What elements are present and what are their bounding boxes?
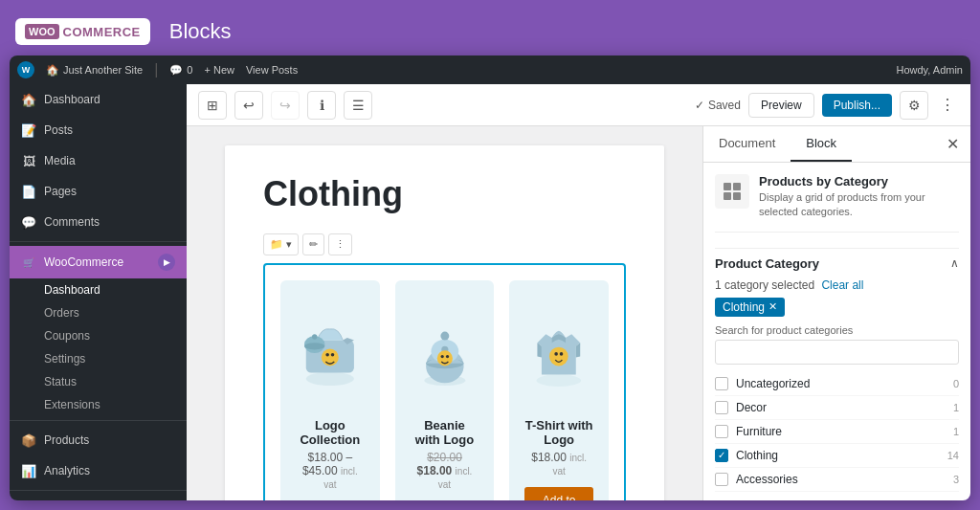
toolbar-list-btn[interactable]: ☰ xyxy=(344,91,372,120)
cat-count-accessories: 3 xyxy=(953,474,959,485)
cat-name-uncategorized: Uncategorized xyxy=(736,377,810,390)
block-info-name: Products by Category xyxy=(759,174,959,188)
media-icon: 🖼 xyxy=(21,153,36,168)
svg-point-4 xyxy=(331,353,335,357)
editor-page-title[interactable]: Clothing xyxy=(263,174,626,214)
tab-document[interactable]: Document xyxy=(703,126,791,162)
sidebar-item-appearance[interactable]: 🎨 Appearence xyxy=(10,495,187,500)
dashboard-icon: 🏠 xyxy=(21,92,36,107)
site-name-item[interactable]: 🏠 Just Another Site xyxy=(46,64,143,77)
products-icon: 📦 xyxy=(21,432,36,448)
separator1: | xyxy=(154,61,158,78)
woocommerce-icon: 🛒 xyxy=(21,255,36,270)
search-categories-input[interactable] xyxy=(715,340,959,365)
toolbar-block-btn[interactable]: ⊞ xyxy=(198,91,227,120)
cat-checkbox-accessories[interactable] xyxy=(715,473,728,486)
sidebar: 🏠 Dashboard 📝 Posts 🖼 Media 📄 Pages 💬 Co… xyxy=(10,84,187,500)
sidebar-sub-coupons[interactable]: Coupons xyxy=(10,324,187,347)
publish-button[interactable]: Publish... xyxy=(822,94,892,117)
new-item[interactable]: + New xyxy=(204,64,234,76)
toolbar-info-btn[interactable]: ℹ xyxy=(307,91,336,120)
toolbar-redo-btn[interactable]: ↪ xyxy=(271,91,300,120)
pages-icon: 📄 xyxy=(21,184,36,199)
woocommerce-logo: WOO COMMERCE xyxy=(15,18,150,45)
product-name-1: Logo Collection xyxy=(296,418,365,447)
view-posts-item[interactable]: View Posts xyxy=(246,64,298,76)
clothing-tag: Clothing ✕ xyxy=(715,298,785,317)
add-to-cart-btn-3[interactable]: Add to cart xyxy=(524,487,593,500)
sidebar-item-dashboard[interactable]: 🏠 Dashboard xyxy=(10,84,187,115)
svg-point-7 xyxy=(312,334,317,339)
product-image-1 xyxy=(296,296,365,410)
svg-rect-22 xyxy=(733,183,741,190)
sidebar-item-pages[interactable]: 📄 Pages xyxy=(10,176,187,207)
preview-button[interactable]: Preview xyxy=(748,93,814,118)
category-item-furniture: Furniture 1 xyxy=(715,420,959,444)
product-price-original-2: $20.00 xyxy=(427,451,462,464)
cat-name-furniture: Furniture xyxy=(736,425,782,438)
sidebar-item-woocommerce[interactable]: 🛒 WooCommerce ▶ xyxy=(10,246,187,278)
product-svg-3 xyxy=(524,315,593,391)
sidebar-item-comments[interactable]: 💬 Comments xyxy=(10,207,187,237)
sidebar-sub-dashboard[interactable]: Dashboard xyxy=(10,278,187,301)
svg-point-20 xyxy=(560,352,564,356)
svg-point-18 xyxy=(549,347,568,366)
category-tag-remove[interactable]: ✕ xyxy=(768,300,777,313)
svg-point-0 xyxy=(306,372,354,386)
product-name-3: T-Shirt with Logo xyxy=(524,418,593,447)
view-posts-label: View Posts xyxy=(246,64,298,76)
wc-badge: ▶ xyxy=(158,254,175,271)
settings-button[interactable]: ⚙ xyxy=(900,91,928,120)
commerce-text: COMMERCE xyxy=(63,25,141,39)
cat-checkbox-decor[interactable] xyxy=(715,401,728,414)
panel-close-btn[interactable]: ✕ xyxy=(935,127,970,161)
sidebar-sub-status[interactable]: Status xyxy=(10,370,187,393)
cat-count-uncategorized: 0 xyxy=(953,378,959,389)
sidebar-comments-label: Comments xyxy=(44,215,100,229)
product-category-title: Product Category xyxy=(715,256,819,271)
sidebar-item-posts[interactable]: 📝 Posts xyxy=(10,115,187,145)
category-item-clothing: ✓ Clothing 14 xyxy=(715,444,959,468)
sidebar-item-media[interactable]: 🖼 Media xyxy=(10,145,187,176)
block-info-desc: Display a grid of products from your sel… xyxy=(759,190,959,220)
block-edit-btn[interactable]: ✏ xyxy=(302,233,324,255)
sidebar-item-products[interactable]: 📦 Products xyxy=(10,425,187,455)
product-card-2: Beanie with Logo $20.00 $18.00 incl. vat… xyxy=(395,280,495,500)
cat-name-decor: Decor xyxy=(736,401,767,414)
category-tag-label: Clothing xyxy=(723,300,765,314)
sidebar-sub-settings[interactable]: Settings xyxy=(10,347,187,370)
clear-all-btn[interactable]: Clear all xyxy=(821,278,863,292)
tab-block[interactable]: Block xyxy=(791,126,852,162)
block-info: Products by Category Display a grid of p… xyxy=(715,174,959,233)
category-tag-container: Clothing ✕ xyxy=(715,298,959,324)
comment-count-item[interactable]: 💬 0 xyxy=(169,64,192,77)
cat-checkbox-clothing[interactable]: ✓ xyxy=(715,449,728,462)
category-item-uncategorized: Uncategorized 0 xyxy=(715,372,959,396)
toolbar-undo-btn[interactable]: ↩ xyxy=(234,91,263,120)
more-options-button[interactable]: ⋮ xyxy=(936,92,959,118)
cat-checkbox-furniture[interactable] xyxy=(715,425,728,438)
panel-tabs: Document Block ✕ xyxy=(703,126,970,163)
block-more-btn[interactable]: ⋮ xyxy=(328,233,352,255)
sidebar-item-analytics[interactable]: 📊 Analytics xyxy=(10,455,187,486)
svg-point-15 xyxy=(440,355,443,358)
sidebar-posts-label: Posts xyxy=(44,123,73,137)
right-panel: Document Block ✕ xyxy=(702,126,970,500)
category-item-decor: Decor 1 xyxy=(715,396,959,420)
product-price-2: $20.00 $18.00 incl. vat xyxy=(411,451,479,491)
sidebar-sub-orders[interactable]: Orders xyxy=(10,301,187,324)
sidebar-sub-extensions[interactable]: Extensions xyxy=(10,393,187,416)
cat-count-decor: 1 xyxy=(953,402,959,413)
product-price-text-3: $18.00 xyxy=(531,451,567,464)
cat-checkbox-uncategorized[interactable] xyxy=(715,377,728,390)
svg-rect-24 xyxy=(733,192,741,200)
cat-name-clothing: Clothing xyxy=(736,449,778,462)
product-category-header[interactable]: Product Category ∧ xyxy=(715,248,959,278)
block-folder-btn[interactable]: 📁 ▾ xyxy=(263,233,299,255)
cat-count-clothing: 14 xyxy=(947,450,959,461)
block-type-icon xyxy=(715,174,749,209)
sidebar-dashboard-label: Dashboard xyxy=(44,93,100,106)
block-info-text: Products by Category Display a grid of p… xyxy=(759,174,959,220)
wp-logo[interactable]: W xyxy=(17,61,34,78)
howdy: Howdy, Admin xyxy=(897,64,964,76)
